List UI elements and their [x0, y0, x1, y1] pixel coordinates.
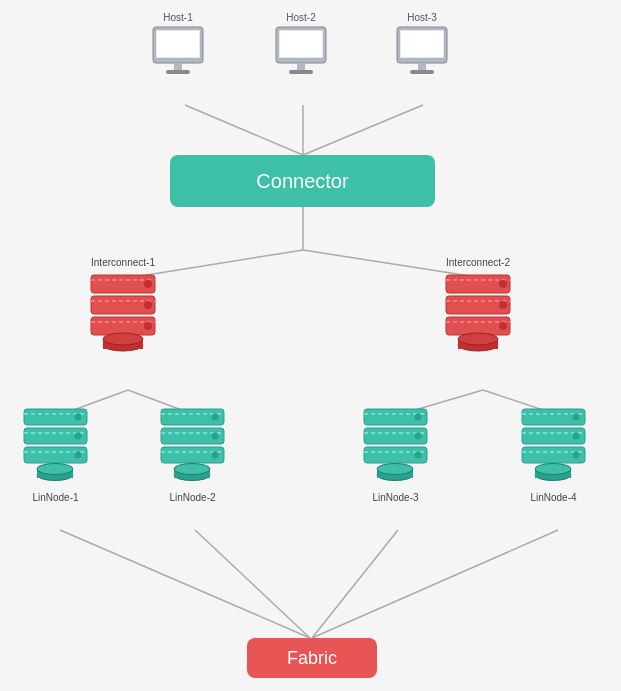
svg-line-2	[303, 105, 423, 155]
svg-rect-19	[279, 30, 323, 58]
comp2-top-label: Host-2	[286, 12, 315, 23]
ssrv3-label: LinNode-3	[372, 492, 418, 503]
svg-point-43	[499, 301, 507, 309]
svg-point-76	[415, 414, 422, 421]
svg-point-64	[212, 414, 219, 421]
svg-point-40	[499, 280, 507, 288]
svg-point-46	[499, 322, 507, 330]
computer-2-group: Host-2	[271, 10, 331, 80]
fabric-label: Fabric	[287, 648, 337, 669]
svg-rect-16	[174, 63, 182, 71]
connector-label: Connector	[256, 170, 348, 193]
large-server-2-icon	[438, 270, 518, 360]
small-server-4-icon	[516, 405, 591, 490]
small-server-3-icon	[358, 405, 433, 490]
svg-rect-15	[156, 30, 200, 58]
svg-point-34	[144, 322, 152, 330]
svg-rect-25	[410, 70, 434, 74]
ssrv2-label: LinNode-2	[169, 492, 215, 503]
computer-1-group: Host-1	[148, 10, 208, 80]
svg-line-13	[312, 530, 558, 638]
svg-point-97	[535, 464, 571, 475]
large-server-2-group: Interconnect-2	[438, 255, 518, 360]
svg-point-94	[573, 452, 580, 459]
computer-1-icon	[148, 25, 208, 80]
connector-box: Connector	[170, 155, 435, 207]
large-server-1-icon	[83, 270, 163, 360]
svg-rect-20	[297, 63, 305, 71]
svg-point-55	[75, 433, 82, 440]
small-server-2-icon	[155, 405, 230, 490]
lsrv2-label: Interconnect-2	[446, 257, 510, 268]
svg-point-31	[144, 301, 152, 309]
svg-point-52	[75, 414, 82, 421]
svg-line-10	[60, 530, 310, 638]
large-server-1-group: Interconnect-1	[83, 255, 163, 360]
svg-line-11	[195, 530, 310, 638]
svg-rect-17	[166, 70, 190, 74]
svg-point-85	[377, 464, 413, 475]
ssrv1-label: LinNode-1	[32, 492, 78, 503]
svg-point-37	[103, 333, 143, 345]
comp3-top-label: Host-3	[407, 12, 436, 23]
svg-point-79	[415, 433, 422, 440]
svg-point-49	[458, 333, 498, 345]
lsrv1-label: Interconnect-1	[91, 257, 155, 268]
small-server-3-group: LinNode-3	[358, 405, 433, 503]
svg-point-70	[212, 452, 219, 459]
svg-rect-24	[418, 63, 426, 71]
fabric-box: Fabric	[247, 638, 377, 678]
svg-rect-23	[400, 30, 444, 58]
svg-point-58	[75, 452, 82, 459]
diagram: Host-1 Host-2 Host-3 Connector	[0, 0, 621, 691]
ssrv4-label: LinNode-4	[530, 492, 576, 503]
comp1-top-label: Host-1	[163, 12, 192, 23]
computer-3-icon	[392, 25, 452, 80]
computer-2-icon	[271, 25, 331, 80]
svg-point-73	[174, 464, 210, 475]
svg-line-0	[185, 105, 303, 155]
svg-rect-21	[289, 70, 313, 74]
small-server-2-group: LinNode-2	[155, 405, 230, 503]
svg-point-61	[37, 464, 73, 475]
svg-point-28	[144, 280, 152, 288]
svg-line-12	[312, 530, 398, 638]
computer-3-group: Host-3	[392, 10, 452, 80]
small-server-4-group: LinNode-4	[516, 405, 591, 503]
small-server-1-icon	[18, 405, 93, 490]
svg-point-91	[573, 433, 580, 440]
small-server-1-group: LinNode-1	[18, 405, 93, 503]
svg-point-88	[573, 414, 580, 421]
svg-point-82	[415, 452, 422, 459]
svg-point-67	[212, 433, 219, 440]
